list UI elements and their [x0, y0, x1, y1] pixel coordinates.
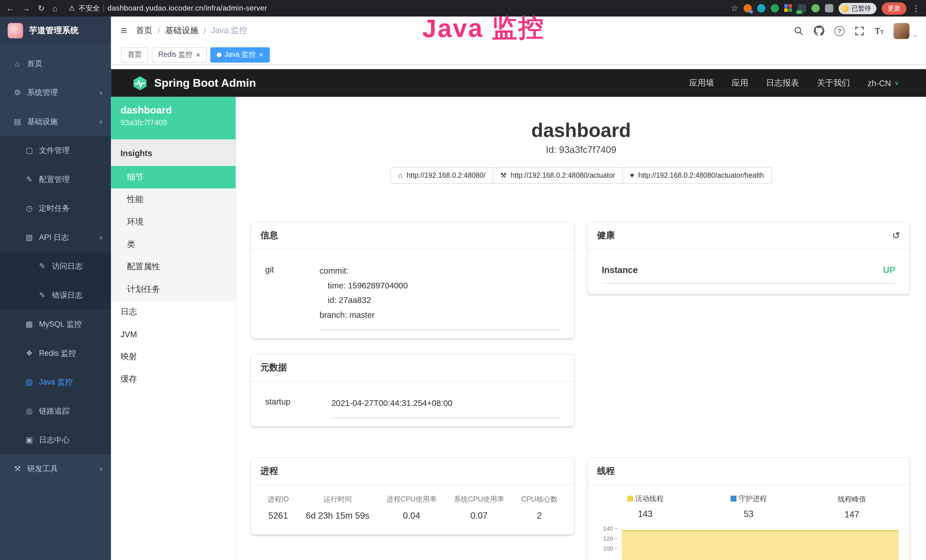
sidebar-item-cron-jobs[interactable]: ◷ 定时任务 — [0, 194, 111, 222]
startup-timestamp: 2021-04-27T00:44:31.254+08:00 — [331, 396, 560, 410]
sidebar-item-label: 基础设施 — [27, 116, 58, 127]
wrench-icon: ⚒ — [500, 171, 507, 180]
app-logo-bar[interactable]: 芋道管理系统 — [0, 17, 111, 45]
y-tick-label: 100 — [603, 545, 613, 552]
avatar-caret-icon[interactable]: ▾ — [914, 33, 916, 39]
sidebar-item-label: 首页 — [27, 58, 42, 69]
sidebar-item-dev-tools[interactable]: ⚒ 研发工具 ∨ — [0, 454, 111, 483]
tab-home[interactable]: 首页 — [121, 47, 148, 62]
info-card: 信息 git commit: time: 1596289704000 id: 2… — [251, 222, 574, 339]
sba-app-card[interactable]: dashboard 93a3fc7f7409 — [111, 97, 236, 139]
link-label: http://192.168.0.2:48080/actuator — [511, 171, 615, 180]
help-icon[interactable]: ? — [834, 26, 844, 36]
sba-nav-journal[interactable]: 日志报表 — [766, 77, 799, 88]
sba-item-jvm[interactable]: JVM — [111, 323, 236, 346]
metric-value: 0.04 — [386, 510, 437, 520]
metric-label: 进程CPU使用率 — [386, 494, 437, 504]
sba-item-details[interactable]: 细节 — [111, 166, 236, 189]
browser-menu-icon[interactable]: ⋮ — [912, 3, 920, 13]
sidebar-item-redis-monitor[interactable]: ❖ Redis 监控 — [0, 339, 111, 368]
sidebar-item-access-logs[interactable]: ✎ 访问日志 — [0, 251, 111, 280]
sidebar-item-label: 日志中心 — [39, 434, 70, 445]
sba-item-config-props[interactable]: 配置属性 — [111, 256, 236, 278]
sidebar-item-config-mgmt[interactable]: ✎ 配置管理 — [0, 165, 111, 194]
address-bar[interactable]: ⚠ 不安全 dashboard.yudao.iocoder.cn/infra/a… — [69, 3, 267, 13]
breadcrumb-infrastructure[interactable]: 基础设施 — [165, 26, 198, 36]
extension-icon-dark[interactable]: on — [798, 4, 806, 12]
close-icon[interactable]: × — [196, 51, 200, 58]
sba-item-logs[interactable]: 日志 — [111, 301, 236, 323]
sba-item-performance[interactable]: 性能 — [111, 189, 236, 211]
search-icon[interactable] — [794, 26, 804, 36]
legend-peak-threads: 线程峰值 147 — [800, 493, 903, 519]
history-icon[interactable]: ↺ — [892, 230, 900, 241]
close-icon[interactable]: × — [259, 51, 263, 58]
back-icon[interactable]: ← — [6, 4, 14, 12]
home-icon[interactable]: ⌂ — [53, 4, 57, 12]
metric-value: 6d 23h 15m 59s — [306, 510, 369, 520]
sidebar-item-label: 系统管理 — [27, 87, 58, 98]
not-secure-warning-icon: ⚠ — [69, 4, 75, 12]
sidebar-item-label: Java 监控 — [39, 377, 73, 387]
sba-language-select[interactable]: zh-CN ∨ — [867, 78, 899, 88]
update-button[interactable]: 更新 — [882, 2, 906, 14]
url-text[interactable]: dashboard.yudao.iocoder.cn/infra/admin-s… — [107, 4, 267, 12]
sidebar-item-log-center[interactable]: ▣ 日志中心 — [0, 425, 111, 454]
extension-icon-orange[interactable] — [743, 4, 752, 12]
sidebar-item-file-mgmt[interactable]: ▢ 文件管理 — [0, 136, 111, 165]
active-dot — [217, 52, 222, 57]
hamburger-icon[interactable]: ≡ — [120, 24, 127, 37]
bookmark-star-icon[interactable]: ☆ — [731, 4, 738, 12]
font-small-glyph: T — [880, 29, 884, 35]
github-icon[interactable] — [814, 26, 825, 36]
sba-item-classes[interactable]: 类 — [111, 233, 236, 256]
sba-item-environment[interactable]: 环境 — [111, 211, 236, 233]
extensions-puzzle-icon[interactable] — [825, 4, 833, 12]
header-actions: ? TT ▾ — [794, 23, 917, 39]
metadata-card: 元数据 startup 2021-04-27T00:44:31.254+08:0… — [251, 354, 574, 427]
sba-group-insights[interactable]: Insights — [111, 139, 236, 166]
sba-nav-applications[interactable]: 应用 — [732, 77, 748, 88]
sba-logo-icon — [132, 75, 148, 91]
extension-icon-teal[interactable] — [757, 4, 766, 12]
extension-icon-leaf[interactable] — [811, 4, 820, 12]
font-size-icon[interactable]: TT — [875, 26, 884, 35]
breadcrumb: 首页 / 基础设施 / Java 监控 — [136, 26, 247, 36]
metric-label: 进程ID — [268, 494, 289, 504]
sidebar-item-error-logs[interactable]: ✎ 错误日志 — [0, 281, 111, 310]
service-url-link[interactable]: ⌂ http://192.168.0.2:48080/ — [391, 167, 493, 184]
sba-nav-wallboard[interactable]: 应用墙 — [689, 77, 714, 88]
sba-item-scheduled-tasks[interactable]: 计划任务 — [111, 278, 236, 301]
sba-item-mappings[interactable]: 映射 — [111, 345, 236, 368]
sidebar-item-system-mgmt[interactable]: ⚙ 系统管理 ∨ — [0, 78, 111, 107]
actuator-url-link[interactable]: ⚒ http://192.168.0.2:48080/actuator — [493, 167, 623, 184]
extension-icon-green[interactable] — [770, 4, 779, 12]
user-avatar[interactable] — [894, 23, 910, 39]
app-header: ≡ 首页 / 基础设施 / Java 监控 Java 监控 — [111, 17, 926, 45]
sidebar-item-label: 研发工具 — [27, 463, 58, 474]
legend-live-threads: 活动线程 143 — [593, 493, 697, 519]
sidebar-item-infrastructure[interactable]: ▤ 基础设施 ∧ — [0, 107, 111, 136]
sidebar-item-home[interactable]: ⌂ 首页 — [0, 49, 111, 78]
link-label: http://192.168.0.2:48080/ — [407, 171, 486, 180]
sba-item-caches[interactable]: 缓存 — [111, 368, 236, 390]
sidebar-item-api-logs[interactable]: ▧ API 日志 ∧ — [0, 223, 111, 251]
tab-java-monitor[interactable]: Java 监控 × — [210, 47, 270, 62]
legend-value: 143 — [593, 509, 697, 519]
fullscreen-icon[interactable] — [855, 26, 865, 36]
profile-paused-chip[interactable]: 已暂停 — [839, 3, 877, 14]
sba-nav-about[interactable]: 关于我们 — [817, 77, 850, 88]
database-icon: ▦ — [25, 319, 34, 328]
forward-icon[interactable]: → — [22, 4, 30, 12]
sidebar-item-java-monitor[interactable]: ▥ Java 监控 — [0, 368, 111, 396]
sba-brand[interactable]: Spring Boot Admin — [132, 75, 256, 91]
extension-icon-grid[interactable] — [784, 4, 793, 12]
sidebar-item-tracing[interactable]: ◎ 链路追踪 — [0, 397, 111, 425]
reload-icon[interactable]: ↻ — [38, 4, 45, 12]
sidebar-item-mysql-monitor[interactable]: ▦ MySQL 监控 — [0, 310, 111, 338]
breadcrumb-home[interactable]: 首页 — [136, 26, 152, 36]
main-pane: ≡ 首页 / 基础设施 / Java 监控 Java 监控 — [111, 17, 926, 560]
health-url-link[interactable]: ♥ http://192.168.0.2:48080/actuator/heal… — [622, 167, 772, 184]
git-commit-line: commit: — [319, 263, 560, 278]
tab-redis-monitor[interactable]: Redis 监控 × — [152, 47, 207, 62]
